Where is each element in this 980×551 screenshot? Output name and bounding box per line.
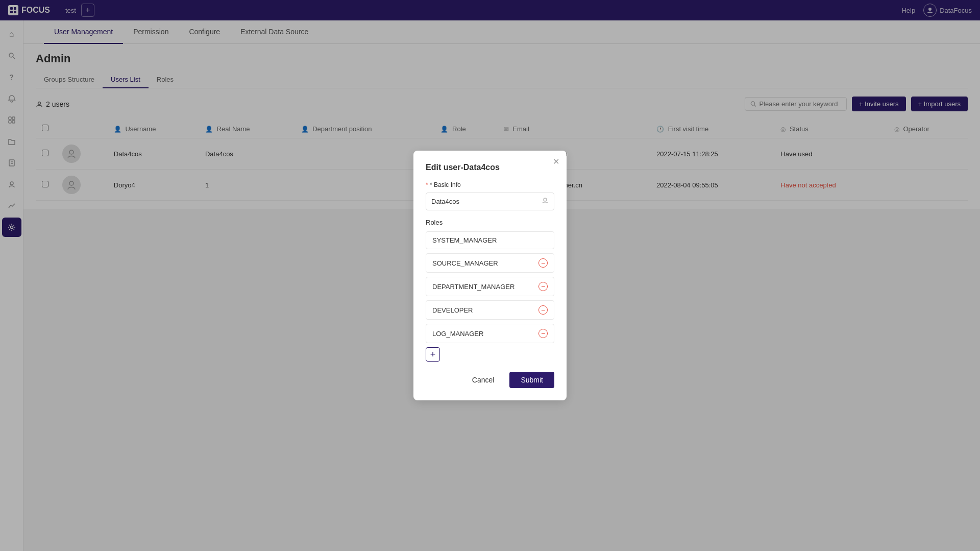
cancel-button[interactable]: Cancel <box>463 372 504 388</box>
role-item-developer: DEVELOPER − <box>426 300 554 320</box>
username-input-row <box>426 193 554 210</box>
role-item-system-manager: SYSTEM_MANAGER <box>426 231 554 249</box>
edit-user-modal: Edit user-Data4cos ✕ * * Basic Info Role… <box>413 151 567 400</box>
remove-source-manager-button[interactable]: − <box>538 258 548 268</box>
submit-button[interactable]: Submit <box>509 372 554 388</box>
roles-label: Roles <box>426 219 554 226</box>
svg-point-21 <box>544 198 547 201</box>
add-role-button[interactable]: + <box>426 347 440 362</box>
basic-info-label: * * Basic Info <box>426 181 554 188</box>
role-item-source-manager: SOURCE_MANAGER − <box>426 253 554 273</box>
modal-title: Edit user-Data4cos <box>426 163 554 172</box>
remove-log-manager-button[interactable]: − <box>538 329 548 338</box>
username-input[interactable] <box>431 198 542 205</box>
modal-close-button[interactable]: ✕ <box>553 158 559 166</box>
remove-developer-button[interactable]: − <box>538 305 548 315</box>
modal-overlay[interactable]: Edit user-Data4cos ✕ * * Basic Info Role… <box>0 0 980 551</box>
user-field-icon <box>542 197 549 206</box>
role-item-department-manager: DEPARTMENT_MANAGER − <box>426 277 554 296</box>
role-item-log-manager: LOG_MANAGER − <box>426 324 554 343</box>
remove-department-manager-button[interactable]: − <box>538 282 548 291</box>
modal-footer: Cancel Submit <box>426 372 554 388</box>
